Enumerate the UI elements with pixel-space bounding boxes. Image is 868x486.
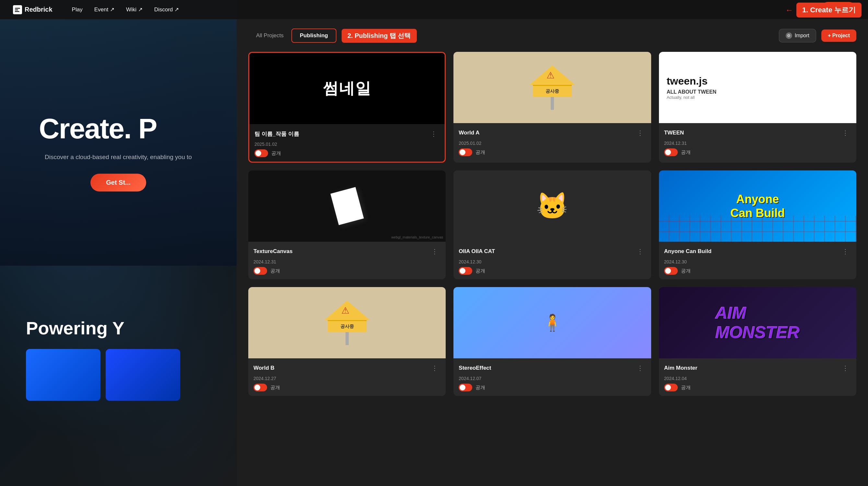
thumbnail-text-1: 썸네일: [323, 78, 371, 99]
project-toggle-8[interactable]: [459, 384, 472, 391]
project-toggle-1[interactable]: [254, 149, 268, 157]
project-info-9: Aim Monster ⋮ 2024.12.04 공개: [659, 358, 856, 396]
project-card-6[interactable]: AnyoneCan Build Anyone Can Build ⋮ 2024.…: [659, 170, 856, 279]
project-toggle-7[interactable]: [253, 384, 267, 391]
project-info-3: TWEEN ⋮ 2024.12.31 공개: [659, 123, 856, 161]
project-thumbnail-1: 썸네일: [249, 53, 445, 124]
project-name-4: TextureCanvas: [253, 248, 293, 255]
project-more-6[interactable]: ⋮: [839, 246, 851, 257]
project-status-6: 공개: [664, 267, 851, 275]
project-status-1: 공개: [254, 149, 439, 157]
project-name-7: World B: [253, 365, 275, 371]
project-name-8: StereoEffect: [459, 365, 491, 371]
hero-subtitle: Discover a cloud-based real creativity, …: [45, 152, 192, 162]
project-toggle-4[interactable]: [253, 267, 267, 275]
tabs-bar: All Projects Publishing 2. Publishing 탭 …: [248, 29, 856, 43]
tab-all-projects[interactable]: All Projects: [248, 29, 291, 42]
annotation-step2-text: 2. Publishing 탭 선택: [342, 29, 417, 43]
powering-title: Powering Y: [26, 318, 211, 338]
project-more-9[interactable]: ⋮: [839, 363, 851, 373]
new-project-button[interactable]: + Project: [821, 30, 856, 42]
project-status-3: 공개: [664, 149, 851, 156]
project-date-8: 2024.12.07: [459, 376, 481, 381]
project-status-9: 공개: [664, 384, 851, 391]
import-button[interactable]: ⚙ Import: [779, 29, 816, 42]
project-date-6: 2024.12.30: [664, 259, 687, 264]
nav-discord[interactable]: Discord ↗: [154, 6, 179, 13]
project-thumbnail-6: AnyoneCan Build: [659, 170, 856, 242]
project-card-2[interactable]: ⚠ 공사중 World A ⋮ 2025.01.02 공개: [454, 52, 651, 163]
projects-panel: All Projects Publishing 2. Publishing 탭 …: [237, 20, 868, 486]
project-date-1: 2025.01.02: [254, 141, 277, 147]
project-card-1[interactable]: 썸네일 팀 이름_작품 이름 ⋮ 2025.01.02 공개: [248, 52, 446, 163]
powering-card-1[interactable]: [26, 349, 100, 401]
project-thumbnail-5: 🐱: [454, 170, 651, 242]
project-thumbnail-7: ⚠ 공사중: [248, 287, 446, 358]
project-thumbnail-4: webgl_materials_texture_canvas: [248, 170, 446, 242]
project-thumbnail-2: ⚠ 공사중: [454, 52, 651, 123]
project-toggle-5[interactable]: [459, 267, 472, 275]
logo[interactable]: Redbrick: [13, 5, 53, 14]
project-info-4: TextureCanvas ⋮ 2024.12.31 공개: [248, 242, 446, 279]
get-started-button[interactable]: Get St...: [90, 174, 146, 192]
project-name-5: OIIA OIIA CAT: [459, 248, 495, 255]
import-icon: ⚙: [786, 32, 792, 39]
project-info-5: OIIA OIIA CAT ⋮ 2024.12.30 공개: [454, 242, 651, 279]
project-card-4[interactable]: webgl_materials_texture_canvas TextureCa…: [248, 170, 446, 279]
navbar: Redbrick Play Event ↗ Wiki ↗ Discord ↗ 🐻…: [0, 0, 868, 20]
project-thumbnail-3: tween.js ALL ABOUT TWEEN Actually, not a…: [659, 52, 856, 123]
project-more-3[interactable]: ⋮: [839, 128, 851, 138]
project-info-6: Anyone Can Build ⋮ 2024.12.30 공개: [659, 242, 856, 279]
project-name-1: 팀 이름_작품 이름: [254, 130, 299, 138]
projects-grid: 썸네일 팀 이름_작품 이름 ⋮ 2025.01.02 공개: [248, 52, 856, 396]
project-toggle-2[interactable]: [459, 149, 472, 156]
project-date-2: 2025.01.02: [459, 141, 481, 146]
annotation-step1-text: 1. Create 누르기: [796, 3, 862, 18]
project-thumbnail-8: 🧍: [454, 287, 651, 358]
powering-cards: [26, 349, 211, 401]
project-more-8[interactable]: ⋮: [634, 363, 646, 373]
project-date-5: 2024.12.30: [459, 259, 481, 264]
project-card-8[interactable]: 🧍 StereoEffect ⋮ 2024.12.07 공개: [454, 287, 651, 396]
project-more-1[interactable]: ⋮: [428, 129, 439, 139]
project-card-3[interactable]: tween.js ALL ABOUT TWEEN Actually, not a…: [659, 52, 856, 163]
project-name-9: Aim Monster: [664, 365, 698, 371]
project-thumbnail-9: AIMMONSTER: [659, 287, 856, 358]
svg-rect-1: [15, 9, 18, 10]
project-info-2: World A ⋮ 2025.01.02 공개: [454, 123, 651, 161]
project-toggle-3[interactable]: [664, 149, 678, 156]
project-toggle-9[interactable]: [664, 384, 678, 391]
project-info-7: World B ⋮ 2024.12.27 공개: [248, 358, 446, 396]
logo-text: Redbrick: [25, 6, 53, 13]
project-info-8: StereoEffect ⋮ 2024.12.07 공개: [454, 358, 651, 396]
project-date-4: 2024.12.31: [253, 259, 276, 264]
nav-wiki[interactable]: Wiki ↗: [126, 6, 143, 13]
project-name-2: World A: [459, 130, 479, 136]
project-more-7[interactable]: ⋮: [429, 363, 440, 373]
project-date-3: 2024.12.31: [664, 141, 687, 146]
project-status-5: 공개: [459, 267, 646, 275]
nav-event[interactable]: Event ↗: [94, 6, 115, 13]
project-toggle-6[interactable]: [664, 267, 678, 275]
project-more-2[interactable]: ⋮: [634, 128, 646, 138]
nav-play[interactable]: Play: [72, 6, 83, 13]
logo-icon: [13, 5, 22, 14]
tab-publishing[interactable]: Publishing: [291, 29, 336, 43]
hero-title: Create. P: [13, 113, 157, 144]
tabs-right: ⚙ Import + Project: [779, 29, 856, 42]
project-status-2: 공개: [459, 149, 646, 156]
project-card-9[interactable]: AIMMONSTER Aim Monster ⋮ 2024.12.04 공개: [659, 287, 856, 396]
hero-content: Create. P Discover a cloud-based real cr…: [0, 20, 237, 285]
project-card-5[interactable]: 🐱 OIIA OIIA CAT ⋮ 2024.12.30 공개: [454, 170, 651, 279]
project-date-9: 2024.12.04: [664, 376, 687, 381]
project-status-4: 공개: [253, 267, 440, 275]
powering-section: Powering Y: [0, 298, 237, 414]
project-name-3: TWEEN: [664, 130, 684, 136]
project-card-7[interactable]: ⚠ 공사중 World B ⋮ 2024.12.27 공개: [248, 287, 446, 396]
annotation-step1: ← 1. Create 누르기: [785, 3, 862, 18]
svg-rect-0: [15, 8, 20, 9]
nav-links: Play Event ↗ Wiki ↗ Discord ↗: [72, 6, 804, 13]
project-more-4[interactable]: ⋮: [429, 246, 440, 257]
powering-card-2[interactable]: [106, 349, 180, 401]
project-more-5[interactable]: ⋮: [634, 246, 646, 257]
